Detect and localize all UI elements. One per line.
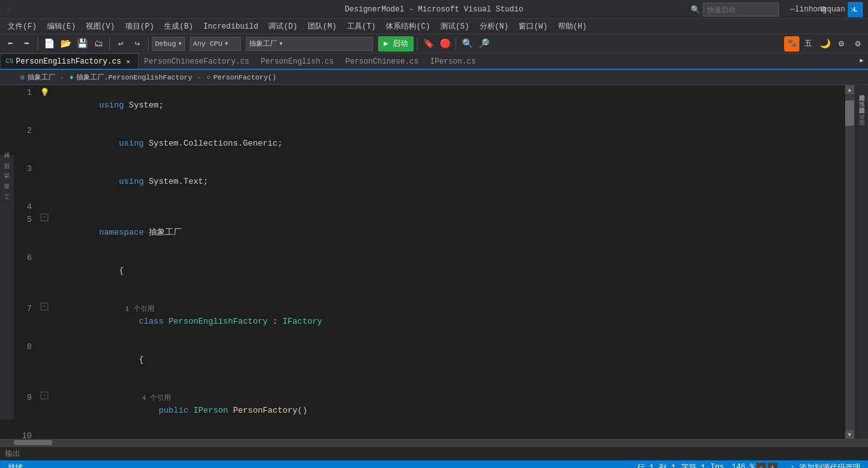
namespace-nav[interactable]: ⊞ 抽象工厂	[17, 70, 59, 85]
tab-iperson[interactable]: IPerson.cs	[424, 53, 482, 69]
breakpoint-button[interactable]: 🔴	[437, 36, 452, 52]
code-line-9: 9 − public IPerson PersonFactory()	[14, 392, 845, 430]
line-hint-9: −	[39, 392, 50, 399]
menu-build[interactable]: 生成(B)	[159, 19, 198, 34]
right-panel-solution[interactable]: 解决方案资源管理器	[856, 88, 867, 93]
output-panel: 输出	[0, 446, 868, 460]
line-hint-1: 💡	[39, 86, 50, 99]
title-bar: ⚡ DesignerModel - Microsoft Visual Studi…	[0, 0, 868, 19]
collapse-7-button[interactable]: −	[41, 303, 48, 310]
editor[interactable]: 1 💡 using System; 2 using System.Collect…	[14, 85, 845, 439]
zoom-decrease-button[interactable]: −	[756, 462, 766, 468]
open-button[interactable]: 📂	[58, 36, 73, 52]
line-hint-7: −	[39, 303, 50, 310]
scrollbar-track[interactable]	[845, 94, 854, 430]
horizontal-scrollbar[interactable]	[0, 439, 868, 446]
code-line-4: 4	[14, 201, 845, 214]
zoom-in-button[interactable]: 🔎	[476, 36, 491, 52]
status-char[interactable]: 字符 1	[679, 462, 708, 469]
scrollbar-thumb[interactable]	[845, 100, 854, 126]
menu-test[interactable]: 测试(S)	[435, 19, 475, 34]
find-button[interactable]: 🔍	[459, 36, 475, 52]
debug-mode-dropdown[interactable]: Debug ▼	[152, 37, 185, 51]
zoom-increase-button[interactable]: +	[768, 462, 778, 468]
window-controls: — ⧉ ✕	[778, 0, 868, 19]
sidebar-class-view[interactable]: 类	[2, 181, 13, 186]
method-nav[interactable]: ○ PersonFactory()	[203, 70, 280, 85]
right-panel-nuget[interactable]: 准	[856, 107, 867, 112]
tab-person-chinese[interactable]: PersonChinese.cs	[340, 53, 424, 69]
tab-person-chinese-factory[interactable]: PersonChineseFactory.cs	[139, 53, 255, 69]
menu-team[interactable]: 团队(M)	[302, 19, 342, 34]
chevron-down-icon-2: ▼	[225, 41, 228, 46]
project-dropdown[interactable]: 抽象工厂 ▼	[246, 37, 373, 51]
chinese-input-icon[interactable]: 五	[801, 36, 816, 52]
undo-button[interactable]: ↩	[113, 36, 128, 52]
save-all-button[interactable]: 🗂	[91, 36, 106, 52]
menu-tools[interactable]: 工具(T)	[342, 19, 381, 34]
sidebar-toolbox[interactable]: 工	[2, 201, 13, 206]
new-file-button[interactable]: 📄	[41, 36, 57, 52]
scroll-up-button[interactable]: ▲	[845, 85, 854, 94]
menu-file[interactable]: 文件(F)	[3, 19, 42, 34]
settings-icon-1[interactable]: ⚙	[834, 36, 849, 52]
zoom-control: 146 % − +	[732, 462, 778, 468]
status-line[interactable]: 行 1	[635, 462, 656, 469]
scroll-down-button[interactable]: ▼	[845, 430, 854, 439]
bookmark-button[interactable]: 🔖	[421, 36, 436, 52]
platform-dropdown[interactable]: Any CPU ▼	[190, 37, 241, 51]
code-line-7: 7 − class PersonEnglishFactory : IFactor…	[14, 303, 845, 341]
sidebar-team-explorer[interactable]: 团	[2, 170, 13, 176]
status-col[interactable]: 列 1	[656, 462, 678, 469]
menu-help[interactable]: 帮助(H)	[553, 19, 592, 34]
line-content-7: class PersonEnglishFactory : IFactory	[50, 303, 845, 341]
menu-incredibuild[interactable]: Incredibuild	[198, 19, 263, 34]
menu-window[interactable]: 窗口(W)	[513, 19, 553, 34]
sidebar-solution-explorer[interactable]: 解	[2, 160, 13, 165]
chevron-down-icon: ▼	[179, 41, 182, 46]
save-button[interactable]: 💾	[74, 36, 90, 52]
right-panel-properties[interactable]: 属性	[856, 94, 867, 99]
forward-button[interactable]: ➡	[19, 36, 34, 52]
redo-button[interactable]: ↪	[130, 36, 145, 52]
restore-button[interactable]: ⧉	[808, 0, 837, 19]
menu-project[interactable]: 项目(P)	[120, 19, 159, 34]
collapse-5-button[interactable]: −	[41, 214, 48, 221]
right-panel-class[interactable]: 图	[856, 113, 867, 118]
back-button[interactable]: ⬅	[3, 36, 18, 52]
add-to-source-control[interactable]: ↑ 添加到源代码管理	[788, 462, 863, 469]
minimize-button[interactable]: —	[778, 0, 807, 19]
menu-edit[interactable]: 编辑(E)	[42, 19, 81, 34]
status-mode[interactable]: Ins	[708, 463, 727, 468]
code-line-2: 2 using System.Collections.Generic;	[14, 125, 845, 163]
extension-paw-icon[interactable]: 🐾	[784, 36, 799, 52]
menu-debug[interactable]: 调试(D)	[263, 19, 302, 34]
collapse-9-button[interactable]: −	[41, 392, 48, 399]
night-mode-icon[interactable]: 🌙	[817, 36, 832, 52]
start-debug-button[interactable]: ▶ 启动	[378, 36, 414, 52]
h-scrollbar-thumb[interactable]	[14, 440, 52, 445]
line-content-3: using System.Text;	[50, 163, 845, 201]
right-panel-team[interactable]: 团队资源管理器	[856, 100, 867, 106]
tab-close-button[interactable]: ✕	[124, 57, 133, 66]
tab-person-english[interactable]: PersonEnglish.cs	[255, 53, 339, 69]
tab-label-5: IPerson.cs	[430, 57, 476, 66]
line-content-10: {	[50, 430, 845, 439]
quick-launch-input[interactable]	[703, 3, 779, 17]
code-line-8: 8 {	[14, 341, 845, 379]
menu-analyze[interactable]: 分析(N)	[475, 19, 514, 34]
menu-architecture[interactable]: 体系结构(C)	[381, 19, 435, 34]
settings-icon-2[interactable]: ⚙	[850, 36, 865, 52]
close-button[interactable]: ✕	[839, 0, 868, 19]
tab-person-english-factory[interactable]: CS PersonEnglishFactory.cs ✕	[0, 53, 139, 69]
tab-scroll-right[interactable]: ▶	[855, 53, 868, 69]
code-line-3: 3 using System.Text;	[14, 163, 845, 201]
menu-view[interactable]: 视图(V)	[81, 19, 120, 34]
status-ready[interactable]: 就绪	[5, 462, 25, 469]
tab-label-4: PersonChinese.cs	[346, 57, 419, 66]
code-line-1: 1 💡 using System;	[14, 86, 845, 125]
editor-scrollbar[interactable]: ▲ ▼	[845, 85, 854, 439]
sidebar-server-explorer[interactable]: 服	[2, 191, 13, 196]
lightbulb-icon[interactable]: 💡	[40, 86, 50, 99]
class-nav[interactable]: ♦ 抽象工厂.PersonEnglishFactory	[65, 70, 196, 85]
